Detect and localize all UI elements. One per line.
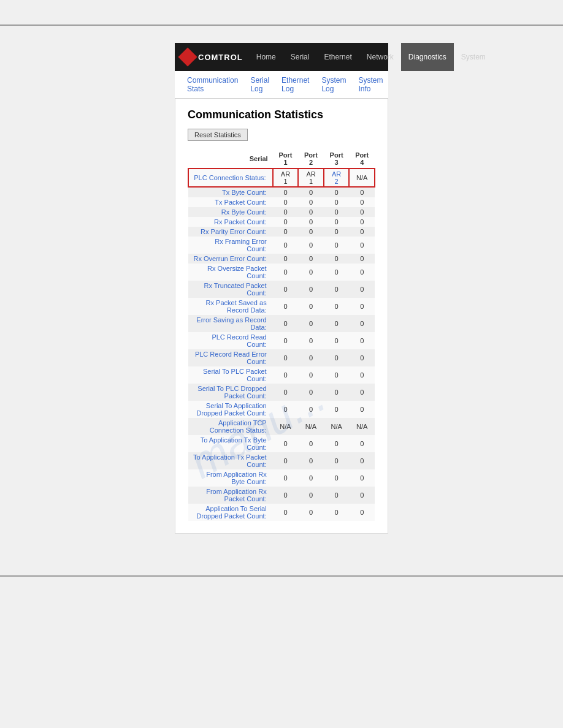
- nav-items: HomeSerialEthernetNetworkDiagnosticsSyst…: [249, 43, 493, 71]
- row-value: 0: [298, 187, 324, 197]
- row-value: 0: [349, 281, 375, 298]
- row-value: 0: [324, 332, 350, 349]
- page-title: Communication Statistics: [188, 108, 375, 121]
- table-row: Error Saving as Record Data:0000: [188, 315, 375, 332]
- row-value: 0: [273, 237, 299, 254]
- row-value: 0: [273, 254, 299, 264]
- subnav-item-system-info[interactable]: System Info: [352, 75, 389, 94]
- reset-statistics-button[interactable]: Reset Statistics: [188, 129, 248, 141]
- row-value: 0: [273, 487, 299, 504]
- nav-item-home[interactable]: Home: [249, 43, 283, 71]
- row-value: N/A: [298, 418, 324, 435]
- table-row: Serial To PLC Packet Count:0000: [188, 366, 375, 384]
- row-value: 0: [273, 298, 299, 315]
- row-value: 0: [324, 217, 350, 227]
- row-value: 0: [273, 217, 299, 227]
- subnav-item-communication-stats[interactable]: Communication Stats: [181, 75, 244, 94]
- row-value: 0: [298, 366, 324, 384]
- row-value: 0: [273, 349, 299, 366]
- col-header-port-1: Port 1: [273, 150, 299, 169]
- row-value: 0: [324, 435, 350, 452]
- content-area: Communication Statistics Reset Statistic…: [175, 99, 388, 534]
- row-label: Rx Framing Error Count:: [188, 237, 273, 254]
- table-row: PLC Record Read Count:0000: [188, 332, 375, 349]
- row-value: 0: [349, 227, 375, 237]
- row-value: 0: [298, 315, 324, 332]
- row-value: 0: [298, 217, 324, 227]
- row-value: 0: [273, 401, 299, 418]
- row-label: Rx Overrun Error Count:: [188, 254, 273, 264]
- row-value: 0: [298, 349, 324, 366]
- row-value: 0: [324, 298, 350, 315]
- nav-item-diagnostics[interactable]: Diagnostics: [401, 43, 454, 71]
- subnav-item-ethernet-log[interactable]: Ethernet Log: [275, 75, 315, 94]
- table-row: To Application Tx Byte Count:0000: [188, 435, 375, 452]
- row-value: 0: [324, 469, 350, 487]
- row-value: 0: [298, 452, 324, 469]
- table-row: Rx Packet Count:0000: [188, 217, 375, 227]
- row-value: 0: [273, 435, 299, 452]
- table-row: Rx Oversize Packet Count:0000: [188, 264, 375, 281]
- nav-item-ethernet[interactable]: Ethernet: [316, 43, 359, 71]
- row-label: From Application Rx Packet Count:: [188, 487, 273, 504]
- row-value: 0: [349, 187, 375, 197]
- logo-text: COMTROL: [198, 53, 243, 62]
- row-value: 0: [273, 504, 299, 521]
- table-row: PLC Record Read Error Count:0000: [188, 349, 375, 366]
- row-value: 0: [273, 366, 299, 384]
- row-label: Tx Packet Count:: [188, 197, 273, 207]
- row-value: 0: [273, 452, 299, 469]
- row-value: 0: [298, 384, 324, 401]
- row-value: 0: [298, 264, 324, 281]
- row-label: Application TCP Connection Status:: [188, 418, 273, 435]
- row-value: 0: [324, 254, 350, 264]
- row-value: 0: [324, 487, 350, 504]
- row-value: N/A: [273, 418, 299, 435]
- row-value: 0: [349, 349, 375, 366]
- table-header-row: SerialPort 1Port 2Port 3Port 4: [188, 150, 375, 169]
- row-value: 0: [298, 298, 324, 315]
- row-value: 0: [349, 332, 375, 349]
- row-value: N/A: [349, 418, 375, 435]
- row-value: 0: [298, 332, 324, 349]
- table-row: Serial To Application Dropped Packet Cou…: [188, 401, 375, 418]
- table-row: To Application Tx Packet Count:0000: [188, 452, 375, 469]
- row-label: From Application Rx Byte Count:: [188, 469, 273, 487]
- row-value: 0: [298, 469, 324, 487]
- table-row: Rx Byte Count:0000: [188, 207, 375, 217]
- table-body: PLC Connection Status:AR 1AR 1AR 2N/ATx …: [188, 169, 375, 521]
- row-value: 0: [298, 237, 324, 254]
- row-value: 0: [349, 217, 375, 227]
- col-header-port-3: Port 3: [324, 150, 350, 169]
- row-value: 0: [349, 315, 375, 332]
- row-label: Rx Truncated Packet Count:: [188, 281, 273, 298]
- row-value: 0: [324, 197, 350, 207]
- nav-item-serial[interactable]: Serial: [283, 43, 317, 71]
- table-row: Serial To PLC Dropped Packet Count:0000: [188, 384, 375, 401]
- subnav-item-system-log[interactable]: System Log: [315, 75, 352, 94]
- row-value: N/A: [349, 169, 375, 187]
- nav-item-system[interactable]: System: [454, 43, 493, 71]
- row-value: 0: [298, 504, 324, 521]
- table-row: Rx Truncated Packet Count:0000: [188, 281, 375, 298]
- row-value: 0: [273, 332, 299, 349]
- row-value: 0: [324, 452, 350, 469]
- row-label: Rx Packet Saved as Record Data:: [188, 298, 273, 315]
- row-label: To Application Tx Packet Count:: [188, 452, 273, 469]
- row-value: 0: [349, 254, 375, 264]
- subnav-item-serial-log[interactable]: Serial Log: [244, 75, 275, 94]
- row-value: 0: [324, 366, 350, 384]
- row-value: AR 1: [273, 169, 299, 187]
- row-value: 0: [349, 452, 375, 469]
- row-label: Rx Oversize Packet Count:: [188, 264, 273, 281]
- row-label: PLC Record Read Error Count:: [188, 349, 273, 366]
- row-value: 0: [349, 298, 375, 315]
- row-value: 0: [273, 197, 299, 207]
- row-value: 0: [349, 207, 375, 217]
- row-value: 0: [324, 315, 350, 332]
- row-value: 0: [273, 315, 299, 332]
- row-value: 0: [324, 384, 350, 401]
- nav-item-network[interactable]: Network: [359, 43, 401, 71]
- row-value: 0: [298, 281, 324, 298]
- table-row: From Application Rx Packet Count:0000: [188, 487, 375, 504]
